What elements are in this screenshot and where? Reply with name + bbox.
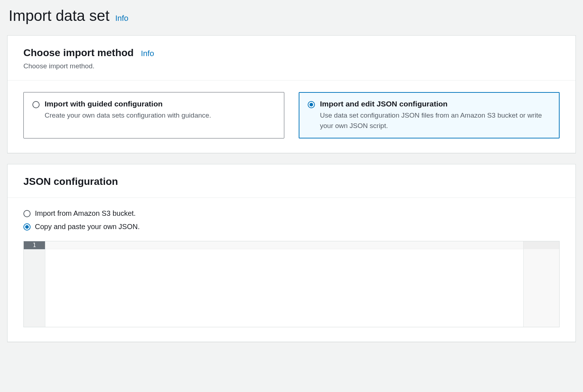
json-configuration-body: Import from Amazon S3 bucket. Copy and p… bbox=[8, 197, 575, 342]
radio-icon bbox=[32, 101, 40, 108]
tile-description: Use data set configuration JSON files fr… bbox=[320, 110, 551, 131]
import-method-panel: Choose import method Info Choose import … bbox=[7, 35, 576, 153]
page-title-row: Import data set Info bbox=[7, 7, 576, 24]
radio-icon bbox=[23, 210, 31, 217]
json-code-editor[interactable]: 1 bbox=[23, 241, 560, 327]
option-label: Import from Amazon S3 bucket. bbox=[35, 209, 136, 218]
tile-guided-configuration[interactable]: Import with guided configuration Create … bbox=[23, 92, 284, 138]
json-configuration-panel: JSON configuration Import from Amazon S3… bbox=[7, 164, 576, 342]
tile-description: Create your own data sets configuration … bbox=[45, 110, 211, 121]
active-line-highlight bbox=[45, 241, 523, 249]
editor-text-area[interactable] bbox=[45, 241, 523, 327]
import-method-body: Import with guided configuration Create … bbox=[8, 80, 575, 153]
import-method-info-link[interactable]: Info bbox=[141, 49, 154, 58]
tile-json-configuration[interactable]: Import and edit JSON configuration Use d… bbox=[299, 92, 560, 138]
tile-title: Import and edit JSON configuration bbox=[320, 100, 551, 108]
option-paste-json[interactable]: Copy and paste your own JSON. bbox=[23, 223, 560, 231]
import-method-tiles: Import with guided configuration Create … bbox=[23, 92, 560, 138]
radio-icon bbox=[308, 101, 315, 108]
radio-icon bbox=[23, 223, 31, 231]
import-method-description: Choose import method. bbox=[23, 62, 560, 70]
import-method-header: Choose import method Info Choose import … bbox=[8, 36, 575, 80]
option-import-s3[interactable]: Import from Amazon S3 bucket. bbox=[23, 209, 560, 218]
page-info-link[interactable]: Info bbox=[115, 14, 128, 23]
json-source-options: Import from Amazon S3 bucket. Copy and p… bbox=[23, 209, 560, 231]
editor-scrollbar[interactable] bbox=[523, 241, 559, 327]
option-label: Copy and paste your own JSON. bbox=[35, 223, 140, 231]
line-number: 1 bbox=[24, 241, 45, 249]
page-title: Import data set bbox=[9, 7, 109, 24]
json-configuration-title: JSON configuration bbox=[23, 176, 560, 187]
editor-gutter: 1 bbox=[24, 241, 45, 327]
tile-title: Import with guided configuration bbox=[45, 100, 211, 108]
import-method-title: Choose import method bbox=[23, 47, 134, 59]
json-configuration-header: JSON configuration bbox=[8, 164, 575, 197]
